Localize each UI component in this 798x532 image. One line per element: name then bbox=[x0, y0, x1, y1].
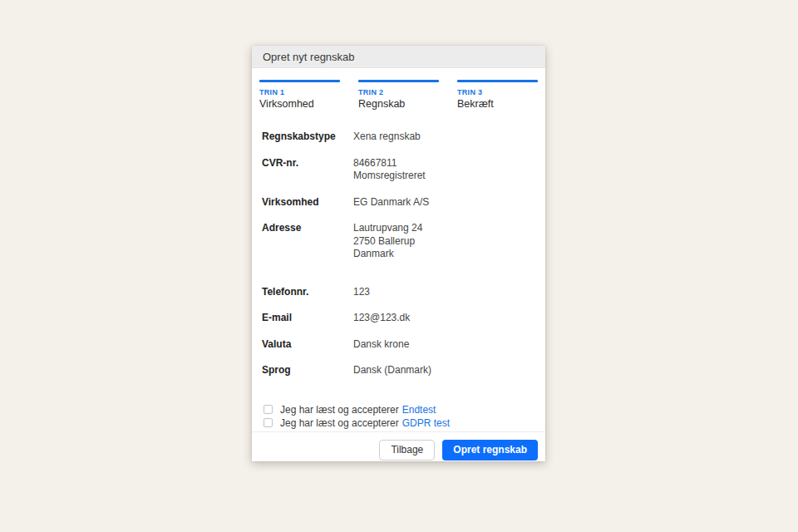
field-value: EG Danmark A/S bbox=[353, 196, 429, 209]
wizard-step-3[interactable]: TRIN 3 Bekræft bbox=[457, 80, 538, 110]
submit-button[interactable]: Opret regnskab bbox=[442, 440, 538, 461]
wizard-step-2[interactable]: TRIN 2 Regnskab bbox=[358, 80, 439, 110]
field-value: Xena regnskab bbox=[353, 131, 421, 144]
modal-footer: Tilbage Opret regnskab bbox=[252, 431, 545, 469]
summary-fields: Regnskabstype Xena regnskab CVR-nr. 8466… bbox=[252, 110, 545, 391]
field-value: Dansk krone bbox=[353, 338, 409, 352]
step-progress-bar bbox=[259, 80, 340, 82]
step-label: Virksomhed bbox=[259, 98, 340, 110]
endtest-checkbox[interactable] bbox=[264, 405, 273, 414]
field-row-email: E-mail 123@123.dk bbox=[262, 312, 535, 325]
gdpr-checkbox[interactable] bbox=[264, 418, 273, 427]
field-row-sprog: Sprog Dansk (Danmark) bbox=[262, 364, 535, 377]
field-row-virksomhed: Virksomhed EG Danmark A/S bbox=[262, 196, 535, 209]
field-row-cvr: CVR-nr. 84667811 Momsregistreret bbox=[262, 157, 535, 183]
field-label: Regnskabstype bbox=[262, 131, 353, 144]
field-row-valuta: Valuta Dansk krone bbox=[262, 338, 535, 352]
endtest-link[interactable]: Endtest bbox=[402, 405, 436, 415]
field-row-adresse: Adresse Lautrupvang 24 2750 Ballerup Dan… bbox=[262, 222, 535, 261]
step-progress-bar bbox=[457, 80, 538, 82]
consent-section: Jeg har læst og accepterer Endtest Jeg h… bbox=[252, 391, 545, 431]
create-account-modal: Opret nyt regnskab TRIN 1 Virksomhed TRI… bbox=[252, 46, 545, 461]
field-value: 84667811 Momsregistreret bbox=[353, 157, 426, 183]
wizard-steps: TRIN 1 Virksomhed TRIN 2 Regnskab TRIN 3… bbox=[252, 68, 545, 110]
field-label: Telefonnr. bbox=[262, 286, 353, 299]
consent-row-endtest: Jeg har læst og accepterer Endtest bbox=[264, 405, 535, 415]
field-value: 123@123.dk bbox=[353, 312, 410, 325]
gdpr-test-link[interactable]: GDPR test bbox=[402, 418, 450, 428]
consent-row-gdpr: Jeg har læst og accepterer GDPR test bbox=[264, 418, 535, 428]
field-label: E-mail bbox=[262, 312, 353, 325]
modal-title: Opret nyt regnskab bbox=[263, 51, 355, 63]
step-label: Regnskab bbox=[358, 98, 439, 110]
step-number: TRIN 3 bbox=[457, 88, 538, 96]
field-row-telefonnr: Telefonnr. 123 bbox=[262, 286, 535, 299]
back-button[interactable]: Tilbage bbox=[379, 440, 435, 461]
step-number: TRIN 2 bbox=[358, 88, 439, 96]
field-value: Lautrupvang 24 2750 Ballerup Danmark bbox=[353, 222, 422, 261]
field-label: CVR-nr. bbox=[262, 157, 353, 183]
modal-header: Opret nyt regnskab bbox=[252, 46, 545, 68]
consent-text: Jeg har læst og accepterer bbox=[280, 405, 399, 415]
step-progress-bar bbox=[358, 80, 439, 82]
wizard-step-1[interactable]: TRIN 1 Virksomhed bbox=[259, 80, 340, 110]
consent-text: Jeg har læst og accepterer bbox=[280, 418, 399, 428]
step-label: Bekræft bbox=[457, 98, 538, 110]
field-value: 123 bbox=[353, 286, 370, 299]
field-label: Adresse bbox=[262, 222, 353, 261]
field-label: Sprog bbox=[262, 364, 353, 377]
field-value: Dansk (Danmark) bbox=[353, 364, 431, 377]
step-number: TRIN 1 bbox=[259, 88, 340, 96]
field-row-regnskabstype: Regnskabstype Xena regnskab bbox=[262, 131, 535, 144]
field-label: Virksomhed bbox=[262, 196, 353, 209]
field-label: Valuta bbox=[262, 338, 353, 352]
